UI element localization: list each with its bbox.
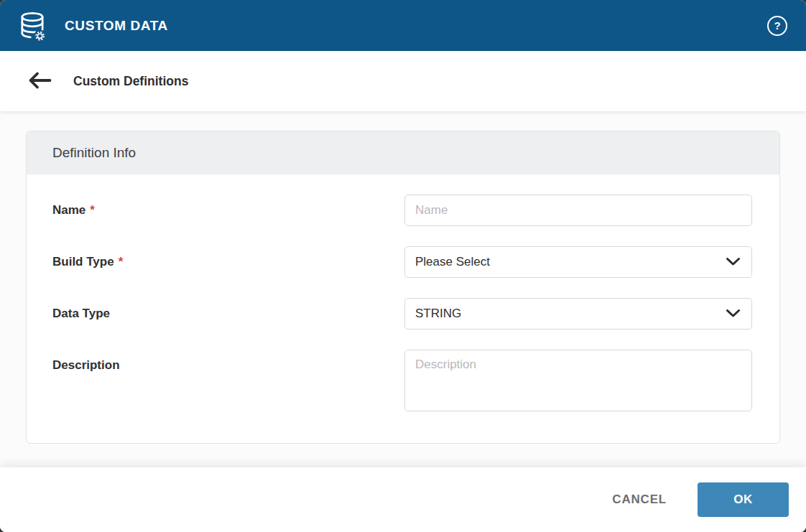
custom-data-window: CUSTOM DATA ? Custom Definitions Definit… (0, 0, 806, 532)
form-row-data-type: Data Type STRING (52, 298, 752, 330)
chevron-down-icon (726, 255, 740, 269)
data-type-label-text: Data Type (52, 307, 110, 320)
question-mark-icon: ? (774, 20, 780, 31)
name-label-text: Name (52, 203, 85, 217)
build-type-label-text: Build Type (52, 255, 114, 269)
cancel-button[interactable]: CANCEL (608, 492, 671, 508)
data-type-label: Data Type (52, 298, 404, 330)
back-button[interactable] (24, 68, 55, 95)
definition-info-panel: Definition Info Name* Build Type* Please… (26, 131, 780, 444)
app-title: CUSTOM DATA (65, 18, 168, 34)
name-input[interactable] (404, 195, 752, 226)
build-type-label: Build Type* (52, 246, 404, 278)
build-type-value: Please Select (415, 255, 490, 269)
ok-button[interactable]: OK (698, 482, 789, 517)
required-asterisk: * (119, 255, 124, 269)
panel-title: Definition Info (27, 131, 779, 174)
main-content: Definition Info Name* Build Type* Please… (0, 131, 806, 444)
form-row-description: Description (52, 350, 752, 411)
page-title: Custom Definitions (73, 74, 188, 89)
definition-form: Name* Build Type* Please Select Data Typ… (27, 174, 779, 443)
description-label: Description (52, 350, 404, 411)
left-arrow-icon (27, 71, 52, 92)
form-row-name: Name* (52, 195, 752, 226)
form-row-build-type: Build Type* Please Select (52, 246, 752, 278)
data-type-select[interactable]: STRING (404, 298, 752, 330)
build-type-select[interactable]: Please Select (404, 246, 752, 278)
description-label-text: Description (52, 358, 120, 372)
name-label: Name* (52, 195, 404, 226)
required-asterisk: * (90, 203, 95, 217)
app-header: CUSTOM DATA ? (0, 0, 806, 51)
page-header: Custom Definitions (0, 51, 806, 111)
chevron-down-icon (726, 307, 740, 321)
data-type-value: STRING (415, 307, 461, 321)
action-bar: CANCEL OK (0, 467, 806, 532)
help-button[interactable]: ? (767, 16, 787, 36)
description-textarea[interactable] (404, 350, 752, 411)
database-gear-icon (16, 9, 49, 42)
